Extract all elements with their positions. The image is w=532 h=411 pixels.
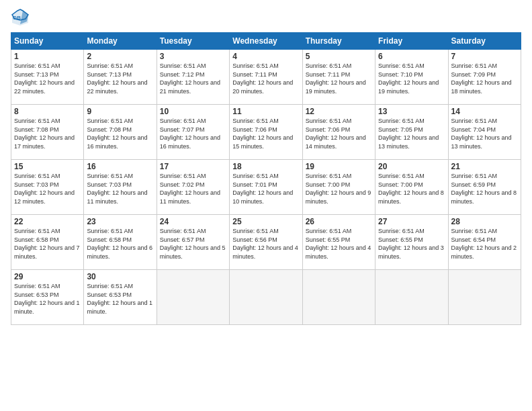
calendar-cell: 13 Sunrise: 6:51 AM Sunset: 7:05 PM Dayl… <box>375 105 448 160</box>
calendar-cell: 11 Sunrise: 6:51 AM Sunset: 7:06 PM Dayl… <box>230 105 302 160</box>
day-number: 3 <box>160 52 226 61</box>
day-info: Sunrise: 6:51 AM Sunset: 7:03 PM Dayligh… <box>87 172 153 205</box>
calendar-cell: 7 Sunrise: 6:51 AM Sunset: 7:09 PM Dayli… <box>448 50 521 105</box>
day-number: 15 <box>14 162 81 171</box>
calendar-cell: 6 Sunrise: 6:51 AM Sunset: 7:10 PM Dayli… <box>375 50 448 105</box>
calendar-cell: 25 Sunrise: 6:51 AM Sunset: 6:56 PM Dayl… <box>230 215 302 270</box>
day-info: Sunrise: 6:51 AM Sunset: 7:07 PM Dayligh… <box>160 117 226 150</box>
day-info: Sunrise: 6:51 AM Sunset: 7:03 PM Dayligh… <box>14 172 81 205</box>
calendar-cell: 30 Sunrise: 6:51 AM Sunset: 6:53 PM Dayl… <box>84 270 157 325</box>
calendar-cell: 5 Sunrise: 6:51 AM Sunset: 7:11 PM Dayli… <box>302 50 375 105</box>
day-info: Sunrise: 6:51 AM Sunset: 6:58 PM Dayligh… <box>87 227 153 261</box>
day-number: 16 <box>87 162 153 171</box>
calendar-cell: 12 Sunrise: 6:51 AM Sunset: 7:06 PM Dayl… <box>302 105 375 160</box>
day-number: 9 <box>87 107 153 116</box>
calendar-cell: 19 Sunrise: 6:51 AM Sunset: 7:00 PM Dayl… <box>302 160 375 215</box>
day-number: 21 <box>451 162 518 171</box>
logo-icon: GB <box>11 8 30 27</box>
calendar-cell: 20 Sunrise: 6:51 AM Sunset: 7:00 PM Dayl… <box>375 160 448 215</box>
calendar-week-4: 22 Sunrise: 6:51 AM Sunset: 6:58 PM Dayl… <box>11 215 521 270</box>
day-info: Sunrise: 6:51 AM Sunset: 6:53 PM Dayligh… <box>14 282 81 316</box>
day-info: Sunrise: 6:51 AM Sunset: 7:06 PM Dayligh… <box>306 117 372 150</box>
day-number: 10 <box>160 107 226 116</box>
calendar-cell <box>157 270 229 325</box>
day-info: Sunrise: 6:51 AM Sunset: 7:10 PM Dayligh… <box>378 62 445 95</box>
calendar-cell: 3 Sunrise: 6:51 AM Sunset: 7:12 PM Dayli… <box>157 50 229 105</box>
day-info: Sunrise: 6:51 AM Sunset: 7:05 PM Dayligh… <box>378 117 445 150</box>
calendar-cell: 15 Sunrise: 6:51 AM Sunset: 7:03 PM Dayl… <box>11 160 84 215</box>
weekday-header-thursday: Thursday <box>302 33 375 50</box>
day-info: Sunrise: 6:51 AM Sunset: 6:56 PM Dayligh… <box>232 227 299 261</box>
weekday-header-row: SundayMondayTuesdayWednesdayThursdayFrid… <box>11 33 521 50</box>
svg-text:GB: GB <box>13 15 21 21</box>
weekday-header-monday: Monday <box>84 33 157 50</box>
header: GB <box>11 8 521 27</box>
day-info: Sunrise: 6:51 AM Sunset: 7:00 PM Dayligh… <box>378 172 445 205</box>
day-number: 19 <box>306 162 372 171</box>
weekday-header-wednesday: Wednesday <box>230 33 302 50</box>
calendar-cell: 27 Sunrise: 6:51 AM Sunset: 6:55 PM Dayl… <box>375 215 448 270</box>
day-number: 28 <box>451 217 518 226</box>
day-info: Sunrise: 6:51 AM Sunset: 7:04 PM Dayligh… <box>451 117 518 150</box>
calendar-cell: 1 Sunrise: 6:51 AM Sunset: 7:13 PM Dayli… <box>11 50 84 105</box>
day-info: Sunrise: 6:51 AM Sunset: 7:12 PM Dayligh… <box>160 62 226 95</box>
weekday-header-saturday: Saturday <box>448 33 521 50</box>
calendar-cell: 14 Sunrise: 6:51 AM Sunset: 7:04 PM Dayl… <box>448 105 521 160</box>
day-info: Sunrise: 6:51 AM Sunset: 7:11 PM Dayligh… <box>306 62 372 95</box>
day-number: 6 <box>378 52 445 61</box>
day-info: Sunrise: 6:51 AM Sunset: 6:53 PM Dayligh… <box>87 282 153 316</box>
calendar-cell: 2 Sunrise: 6:51 AM Sunset: 7:13 PM Dayli… <box>84 50 157 105</box>
calendar-cell: 16 Sunrise: 6:51 AM Sunset: 7:03 PM Dayl… <box>84 160 157 215</box>
day-number: 17 <box>160 162 226 171</box>
day-info: Sunrise: 6:51 AM Sunset: 6:55 PM Dayligh… <box>378 227 445 261</box>
calendar-cell: 24 Sunrise: 6:51 AM Sunset: 6:57 PM Dayl… <box>157 215 229 270</box>
day-number: 24 <box>160 217 226 226</box>
calendar-cell: 26 Sunrise: 6:51 AM Sunset: 6:55 PM Dayl… <box>302 215 375 270</box>
calendar-cell: 17 Sunrise: 6:51 AM Sunset: 7:02 PM Dayl… <box>157 160 229 215</box>
calendar-cell: 23 Sunrise: 6:51 AM Sunset: 6:58 PM Dayl… <box>84 215 157 270</box>
day-info: Sunrise: 6:51 AM Sunset: 7:11 PM Dayligh… <box>232 62 299 95</box>
page: GB SundayMondayTuesdayWednesdayThursdayF… <box>0 0 532 411</box>
day-number: 18 <box>232 162 299 171</box>
calendar-cell <box>448 270 521 325</box>
day-number: 5 <box>306 52 372 61</box>
day-info: Sunrise: 6:51 AM Sunset: 7:13 PM Dayligh… <box>87 62 153 95</box>
day-number: 1 <box>14 52 81 61</box>
calendar-cell: 22 Sunrise: 6:51 AM Sunset: 6:58 PM Dayl… <box>11 215 84 270</box>
calendar-cell: 4 Sunrise: 6:51 AM Sunset: 7:11 PM Dayli… <box>230 50 302 105</box>
calendar-table: SundayMondayTuesdayWednesdayThursdayFrid… <box>11 32 521 325</box>
day-number: 27 <box>378 217 445 226</box>
day-info: Sunrise: 6:51 AM Sunset: 7:06 PM Dayligh… <box>232 117 299 150</box>
calendar-cell: 21 Sunrise: 6:51 AM Sunset: 6:59 PM Dayl… <box>448 160 521 215</box>
day-number: 4 <box>232 52 299 61</box>
day-number: 13 <box>378 107 445 116</box>
calendar-week-5: 29 Sunrise: 6:51 AM Sunset: 6:53 PM Dayl… <box>11 270 521 325</box>
calendar-cell: 29 Sunrise: 6:51 AM Sunset: 6:53 PM Dayl… <box>11 270 84 325</box>
weekday-header-friday: Friday <box>375 33 448 50</box>
calendar-week-1: 1 Sunrise: 6:51 AM Sunset: 7:13 PM Dayli… <box>11 50 521 105</box>
calendar-cell <box>302 270 375 325</box>
day-info: Sunrise: 6:51 AM Sunset: 6:54 PM Dayligh… <box>451 227 518 261</box>
day-info: Sunrise: 6:51 AM Sunset: 7:02 PM Dayligh… <box>160 172 226 205</box>
day-number: 25 <box>232 217 299 226</box>
day-number: 30 <box>87 272 153 281</box>
calendar-cell: 28 Sunrise: 6:51 AM Sunset: 6:54 PM Dayl… <box>448 215 521 270</box>
day-number: 23 <box>87 217 153 226</box>
calendar-cell: 8 Sunrise: 6:51 AM Sunset: 7:08 PM Dayli… <box>11 105 84 160</box>
day-number: 2 <box>87 52 153 61</box>
weekday-header-tuesday: Tuesday <box>157 33 229 50</box>
calendar-cell: 9 Sunrise: 6:51 AM Sunset: 7:08 PM Dayli… <box>84 105 157 160</box>
calendar-cell <box>230 270 302 325</box>
day-info: Sunrise: 6:51 AM Sunset: 7:08 PM Dayligh… <box>14 117 81 150</box>
logo: GB <box>11 8 32 27</box>
day-number: 22 <box>14 217 81 226</box>
day-number: 7 <box>451 52 518 61</box>
day-info: Sunrise: 6:51 AM Sunset: 6:59 PM Dayligh… <box>451 172 518 205</box>
calendar-week-3: 15 Sunrise: 6:51 AM Sunset: 7:03 PM Dayl… <box>11 160 521 215</box>
day-info: Sunrise: 6:51 AM Sunset: 7:00 PM Dayligh… <box>306 172 372 205</box>
calendar-cell: 10 Sunrise: 6:51 AM Sunset: 7:07 PM Dayl… <box>157 105 229 160</box>
day-number: 11 <box>232 107 299 116</box>
day-number: 29 <box>14 272 81 281</box>
weekday-header-sunday: Sunday <box>11 33 84 50</box>
day-number: 26 <box>306 217 372 226</box>
